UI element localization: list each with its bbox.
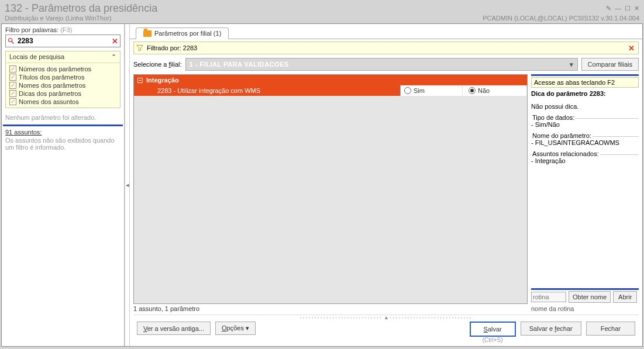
folder-icon <box>143 30 151 37</box>
subjects-header: 91 assuntos: <box>2 126 124 137</box>
search-locations-box: Locais de pesquisa ⌃ ✓Números dos parâme… <box>5 51 120 108</box>
group-header[interactable]: Integração <box>134 75 527 85</box>
close-icon[interactable]: ✕ <box>634 5 639 12</box>
group-title: Integração <box>146 77 179 84</box>
filter-label: Filtro por palavras: (F3) <box>5 26 120 33</box>
subtitle-left: Distribuição e Varejo (Linha WinThor) <box>5 15 112 22</box>
right-panel: Parâmetros por filial (1) Filtrado por: … <box>130 24 642 346</box>
horizontal-splitter[interactable]: ▴ <box>133 315 639 319</box>
salvar-shortcut: (Ctrl+S) <box>483 337 503 343</box>
filter-bar: Filtrado por: 2283 ✕ <box>133 42 639 54</box>
filtered-by-label: Filtrado por: <box>147 44 181 51</box>
salvar-button[interactable]: Salvar <box>470 322 516 337</box>
nome-legend: Nome do parâmetro: <box>531 132 593 139</box>
info-pane: Acesse as abas teclando F2 Dica do parâm… <box>531 74 639 312</box>
assuntos-value: - Integração <box>531 157 639 164</box>
search-icon <box>8 37 15 44</box>
clear-search-icon[interactable]: ✕ <box>109 37 120 46</box>
tab-bar: Parâmetros por filial (1) <box>130 24 642 39</box>
funnel-icon <box>136 44 143 51</box>
search-input[interactable] <box>16 37 109 45</box>
tipo-legend: Tipo de dados: <box>531 114 576 121</box>
vertical-splitter[interactable]: ◂ <box>125 24 130 346</box>
abrir-button[interactable]: Abrir <box>613 291 637 303</box>
maximize-icon[interactable]: ☐ <box>625 5 631 12</box>
minimize-icon[interactable]: — <box>615 5 621 12</box>
fechar-button[interactable]: Fechar <box>586 322 635 336</box>
left-panel: Filtro por palavras: (F3) ✕ Locais de pe… <box>2 24 125 346</box>
locais-header: Locais de pesquisa <box>9 53 64 61</box>
subtitle-right: PCADMIN (LOCAL@LOCAL) PCSIS132 v.30.1.04… <box>483 15 639 22</box>
rotina-caption: nome da rotina <box>531 305 639 312</box>
nome-value: - FIL_USAINTEGRACAOWMS <box>531 139 639 146</box>
status-message: Nenhum parâmetro foi alterado. <box>2 110 124 125</box>
salvar-fechar-button[interactable]: Salvar e fechar <box>521 322 581 336</box>
param-row[interactable]: 2283 - Utilizar integração com WMS Sim N… <box>134 85 527 96</box>
search-input-wrapper: ✕ <box>5 34 120 47</box>
svg-line-1 <box>12 42 14 44</box>
footer: Ver a versão antiga... Opções ▾ Salvar (… <box>133 319 639 343</box>
titlebar: 132 - Parâmetros da presidência ✎ — ☐ ✕ … <box>0 0 644 23</box>
svg-point-0 <box>9 39 12 42</box>
chevron-down-icon: ▾ <box>570 61 574 68</box>
collapse-group-icon[interactable] <box>137 78 143 83</box>
chk-nomes-assuntos[interactable]: ✓Nomes dos assuntos <box>7 98 119 106</box>
grid-summary: 1 assunto, 1 parâmetro <box>133 305 528 312</box>
obter-nome-button[interactable]: Obter nome <box>569 291 611 303</box>
radio-nao[interactable]: Não <box>465 85 527 96</box>
opcoes-button[interactable]: Opções ▾ <box>215 322 256 335</box>
hint-text: Não possui dica. <box>531 103 639 110</box>
chk-nomes-param[interactable]: ✓Nomes dos parâmetros <box>7 81 119 89</box>
chk-dicas[interactable]: ✓Dicas dos parâmetros <box>7 89 119 98</box>
edit-icon[interactable]: ✎ <box>606 5 611 12</box>
filial-label: Selecione a filial: <box>133 61 182 68</box>
chk-titulos[interactable]: ✓Títulos dos parâmetros <box>7 73 119 81</box>
filtered-by-value: 2283 <box>183 44 197 51</box>
tab-parametros-filial[interactable]: Parâmetros por filial (1) <box>136 27 229 39</box>
window-title: 132 - Parâmetros da presidência <box>5 2 157 15</box>
param-label: 2283 - Utilizar integração com WMS <box>134 87 400 94</box>
f2-hint: Acesse as abas teclando F2 <box>531 77 639 88</box>
versao-antiga-button[interactable]: Ver a versão antiga... <box>137 322 211 335</box>
tipo-value: - Sim/Não <box>531 121 639 128</box>
collapse-icon[interactable]: ⌃ <box>111 53 116 61</box>
hint-title: Dica do parâmetro 2283: <box>531 90 639 97</box>
subjects-info: Os assuntos não são exibidos quando um f… <box>2 137 124 151</box>
main-frame: Filtro por palavras: (F3) ✕ Locais de pe… <box>1 23 643 347</box>
compare-filiais-button[interactable]: Comparar filiais <box>581 58 639 71</box>
assuntos-legend: Assuntos relacionados: <box>531 150 600 157</box>
rotina-input[interactable] <box>531 292 566 302</box>
clear-filter-icon[interactable]: ✕ <box>625 44 638 53</box>
parameters-grid: Integração 2283 - Utilizar integração co… <box>133 74 528 304</box>
tab-label: Parâmetros por filial (1) <box>154 30 221 37</box>
filial-dropdown[interactable]: 1 - FILIAL PARA VALIDACOES ▾ <box>185 58 578 71</box>
radio-sim[interactable]: Sim <box>401 85 463 96</box>
chk-numeros[interactable]: ✓Números dos parâmetros <box>7 65 119 73</box>
